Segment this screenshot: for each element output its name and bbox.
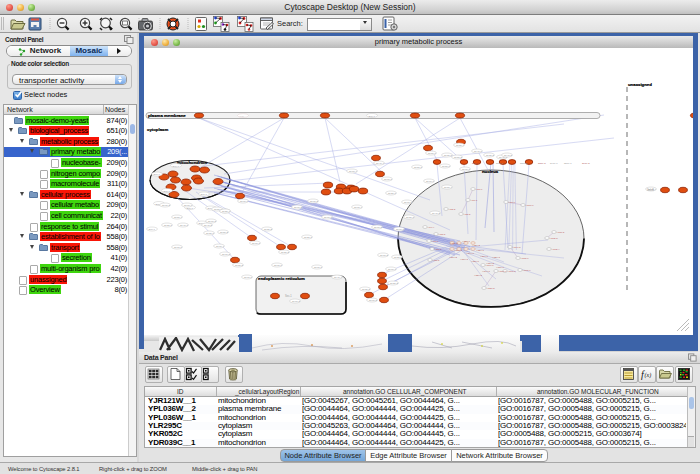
svg-text:Yd8x-0: Yd8x-0 [471, 260, 480, 263]
svg-text:Yd1x-2: Yd1x-2 [486, 262, 495, 265]
svg-text:Se0b-4: Se0b-4 [354, 206, 362, 209]
svg-text:Se3b-4: Se3b-4 [456, 144, 464, 147]
svg-text:Se1b-2: Se1b-2 [374, 226, 382, 229]
svg-text:Se1b-3: Se1b-3 [208, 220, 216, 223]
svg-text:Se0b-2: Se0b-2 [162, 204, 170, 207]
svg-text:Sxb-1: Sxb-1 [173, 165, 180, 168]
svg-text:Yd5x-2: Yd5x-2 [474, 274, 483, 277]
svg-text:Yd2x-2: Yd2x-2 [472, 244, 481, 247]
svg-text:Yb6l-6: Yb6l-6 [432, 240, 439, 242]
svg-text:Se0b-1: Se0b-1 [396, 228, 404, 231]
svg-text:Yd0x-0: Yd0x-0 [450, 242, 459, 245]
svg-text:Yb3l-3: Yb3l-3 [464, 213, 471, 215]
svg-text:Se6b-0: Se6b-0 [244, 276, 252, 279]
svg-text:Se4b-3: Se4b-3 [204, 224, 212, 227]
svg-text:Yb7l-7: Yb7l-7 [435, 248, 442, 250]
svg-text:Se1b-3: Se1b-3 [292, 300, 300, 303]
svg-text:S2dx-2: S2dx-2 [520, 162, 528, 165]
svg-text:Yb5l-5: Yb5l-5 [439, 233, 446, 235]
svg-text:Se4b-4: Se4b-4 [334, 276, 342, 279]
svg-text:Yb1l-1: Yb1l-1 [471, 199, 478, 201]
svg-text:Se4b-3: Se4b-3 [504, 154, 512, 157]
svg-text:Se6b-0: Se6b-0 [426, 180, 434, 183]
svg-text:Se5b-4: Se5b-4 [444, 186, 452, 189]
svg-text:nucleus: nucleus [482, 169, 499, 174]
svg-text:Se0b-1: Se0b-1 [314, 266, 322, 269]
svg-text:Yb12l-3: Yb12l-3 [550, 237, 559, 239]
svg-text:plasma membrane: plasma membrane [148, 113, 186, 118]
svg-text:Yd2x-3: Yd2x-3 [492, 256, 501, 259]
svg-text:S3dx-3: S3dx-3 [538, 162, 546, 165]
svg-text:mitochondrion: mitochondrion [177, 160, 207, 165]
svg-text:Sxb-1: Sxb-1 [369, 115, 376, 118]
svg-text:Se0b-0: Se0b-0 [274, 264, 282, 267]
svg-text:Se0b-2: Se0b-2 [369, 299, 377, 302]
svg-text:Yd7x-3: Yd7x-3 [460, 258, 469, 261]
svg-text:Se1b-0: Se1b-0 [324, 216, 332, 219]
svg-text:Sxb-1: Sxb-1 [154, 173, 161, 176]
svg-text:Yd4x-0: Yd4x-0 [466, 252, 475, 255]
svg-text:Yd4x-1: Yd4x-1 [482, 270, 491, 273]
svg-text:Sxb-1: Sxb-1 [201, 193, 208, 196]
svg-text:Yb15l-6: Yb15l-6 [521, 257, 530, 259]
svg-text:unassigned: unassigned [628, 82, 652, 87]
svg-text:endoplasmic reticulum: endoplasmic reticulum [258, 276, 305, 281]
svg-text:S5dx-1: S5dx-1 [564, 162, 572, 165]
svg-text:Se6b-4: Se6b-4 [184, 204, 192, 207]
svg-text:Yb11l-2: Yb11l-2 [557, 231, 565, 233]
svg-text:Yd6x-2: Yd6x-2 [449, 256, 458, 259]
svg-text:Yb20l-2: Yb20l-2 [487, 287, 496, 289]
svg-text:Yd3x-3: Yd3x-3 [454, 249, 463, 252]
svg-text:Se0b-0: Se0b-0 [240, 200, 248, 203]
svg-text:Se6b-1: Se6b-1 [462, 168, 470, 171]
svg-text:Se2b-3: Se2b-3 [394, 256, 402, 259]
svg-text:[x-b]: [x-b] [240, 115, 245, 117]
svg-text:Se5b-0: Se5b-0 [428, 152, 436, 155]
svg-text:Se1b-1: Se1b-1 [388, 268, 396, 271]
svg-text:Yb9l-0: Yb9l-0 [509, 201, 516, 203]
svg-text:Yb16l-7: Yb16l-7 [499, 270, 508, 272]
svg-text:Se3b-3: Se3b-3 [235, 264, 243, 267]
svg-text:Yb8l-8: Yb8l-8 [433, 259, 440, 261]
svg-text:Se2b-2: Se2b-2 [390, 282, 398, 285]
svg-text:S0dx-0: S0dx-0 [472, 162, 480, 165]
svg-text:(x): (x) [645, 372, 652, 379]
svg-text:Se2b-2: Se2b-2 [281, 251, 289, 254]
svg-text:Se3b-2: Se3b-2 [486, 154, 494, 157]
svg-text:Se2b-1: Se2b-1 [164, 224, 172, 227]
svg-text:Se4b-4: Se4b-4 [376, 162, 384, 165]
svg-text:Se4b-1: Se4b-1 [180, 224, 188, 227]
svg-text:Se4b-2: Se4b-2 [432, 212, 440, 215]
svg-text:Sec-1: Sec-1 [285, 294, 292, 298]
svg-text:Se1b-2: Se1b-2 [380, 254, 388, 257]
svg-text:Yb14l-5: Yb14l-5 [513, 246, 522, 248]
svg-text:Se1b-0: Se1b-0 [174, 246, 182, 249]
svg-text:Yb4l-4: Yb4l-4 [428, 226, 435, 228]
svg-text:Se1b-1: Se1b-1 [252, 242, 260, 245]
svg-text:Se2b-0: Se2b-0 [388, 192, 396, 195]
svg-text:Se2b-1: Se2b-1 [304, 236, 312, 239]
svg-text:Se6b-3: Se6b-3 [404, 201, 412, 204]
svg-text:S1dx-1: S1dx-1 [496, 162, 504, 165]
svg-text:Se3b-0: Se3b-0 [444, 154, 452, 157]
svg-text:Yd1x-1: Yd1x-1 [462, 240, 471, 243]
svg-text:Se4b-0: Se4b-0 [474, 150, 482, 153]
svg-text:Yb10l-1: Yb10l-1 [526, 204, 535, 206]
svg-text:Se0b-4: Se0b-4 [216, 245, 224, 248]
svg-text:Sek-B: Sek-B [647, 188, 654, 192]
svg-text:S6dx-2: S6dx-2 [582, 162, 590, 165]
svg-text:S4dx-0: S4dx-0 [550, 162, 558, 165]
svg-text:Se5b-1: Se5b-1 [414, 166, 422, 169]
svg-text:Yd3x-0: Yd3x-0 [496, 266, 505, 269]
svg-text:Sxb-1: Sxb-1 [149, 228, 156, 231]
svg-text:Yb2l-2: Yb2l-2 [449, 208, 456, 210]
svg-text:Se3b-2: Se3b-2 [264, 228, 272, 231]
svg-text:Yb18l-0: Yb18l-0 [523, 269, 532, 271]
svg-text:Se5b-2: Se5b-2 [454, 156, 462, 159]
svg-text:Se6b-2: Se6b-2 [294, 206, 302, 209]
svg-text:Yb17l-8: Yb17l-8 [508, 270, 517, 272]
svg-text:Se2b-4: Se2b-4 [222, 210, 230, 213]
svg-text:Sxb-1: Sxb-1 [164, 190, 171, 193]
svg-text:Se3b-1: Se3b-1 [406, 216, 414, 219]
svg-text:Se6b-3: Se6b-3 [222, 253, 230, 256]
